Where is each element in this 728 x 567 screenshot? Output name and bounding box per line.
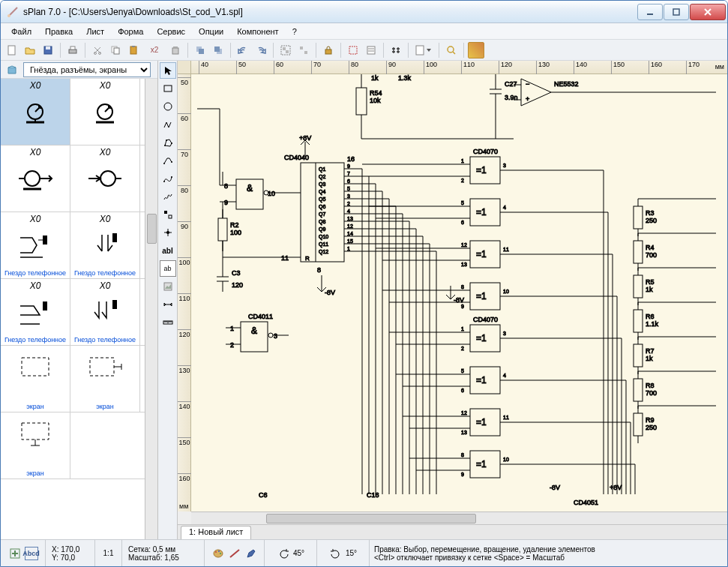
tool-image[interactable] bbox=[160, 278, 176, 295]
svg-text:=1: =1 bbox=[476, 291, 487, 302]
status-palette-icon[interactable] bbox=[211, 547, 225, 560]
color-swatch-icon[interactable] bbox=[468, 42, 484, 58]
component-jack-3[interactable]: X0 bbox=[1, 146, 70, 212]
find-icon[interactable] bbox=[388, 42, 404, 58]
svg-text:&: & bbox=[251, 326, 257, 336]
svg-text:13: 13 bbox=[461, 262, 467, 267]
minimize-button[interactable] bbox=[637, 4, 663, 20]
open-icon[interactable] bbox=[22, 42, 38, 58]
print-icon[interactable] bbox=[64, 42, 81, 58]
component-label: X0 bbox=[100, 80, 111, 91]
menu-help[interactable]: ? bbox=[286, 26, 303, 38]
list-icon[interactable] bbox=[363, 42, 379, 58]
svg-text:6: 6 bbox=[461, 220, 464, 225]
svg-rect-5 bbox=[46, 46, 50, 50]
svg-rect-50 bbox=[22, 358, 49, 376]
tool-textbox[interactable]: ab bbox=[160, 260, 176, 277]
rotate-ccw-icon[interactable] bbox=[277, 547, 290, 560]
svg-rect-11 bbox=[114, 48, 119, 54]
component-shield-2[interactable]: экран bbox=[70, 346, 140, 412]
tool-rectangle[interactable] bbox=[160, 80, 176, 97]
select-rect-icon[interactable] bbox=[345, 42, 361, 58]
svg-rect-6 bbox=[69, 50, 76, 53]
svg-rect-26 bbox=[349, 46, 357, 54]
menu-file[interactable]: Файл bbox=[5, 26, 37, 38]
tool-measure[interactable] bbox=[160, 296, 176, 313]
status-pen-icon[interactable] bbox=[244, 547, 258, 560]
svg-text:Q2: Q2 bbox=[319, 174, 325, 180]
paste-icon[interactable] bbox=[125, 42, 142, 58]
component-phone-jack-2[interactable]: X0 Гнездо телефонное bbox=[70, 212, 140, 278]
menu-component[interactable]: Компонент bbox=[231, 26, 284, 38]
group-icon[interactable] bbox=[277, 42, 294, 58]
ruler-v-unit: мм bbox=[179, 502, 188, 510]
tool-node[interactable] bbox=[160, 224, 176, 241]
lock-icon[interactable] bbox=[320, 42, 337, 58]
menu-sheet[interactable]: Лист bbox=[80, 26, 110, 38]
page-dropdown-icon[interactable] bbox=[412, 42, 435, 58]
svg-point-31 bbox=[448, 46, 454, 52]
status-line-icon[interactable] bbox=[228, 547, 241, 560]
sheet-tab-1[interactable]: 1: Новый лист bbox=[181, 526, 251, 539]
to-back-icon[interactable] bbox=[210, 42, 226, 58]
tool-pointer[interactable] bbox=[160, 62, 176, 79]
palette-scrollbar[interactable] bbox=[145, 79, 157, 539]
undo-icon[interactable] bbox=[235, 42, 251, 58]
title-bar[interactable]: sPlan 7.0 - [C:\Users\Jenya\Downloads\St… bbox=[1, 1, 727, 23]
component-phone-jack-4[interactable]: X0 Гнездо телефонное bbox=[70, 279, 140, 345]
schematic-canvas[interactable]: 1k 1.3k R54 10k bbox=[191, 74, 727, 512]
tool-polygon[interactable] bbox=[160, 134, 176, 151]
svg-rect-3 bbox=[8, 46, 15, 55]
canvas-hscroll[interactable] bbox=[191, 512, 727, 524]
svg-text:120: 120 bbox=[232, 281, 243, 289]
component-label: X0 bbox=[30, 214, 41, 224]
svg-text:700: 700 bbox=[646, 251, 657, 259]
tool-bezier[interactable] bbox=[160, 170, 176, 187]
menu-options[interactable]: Опции bbox=[193, 26, 229, 38]
cut-icon[interactable] bbox=[89, 42, 106, 58]
library-select[interactable]: Гнёзда, разъёмы, экраны bbox=[23, 62, 151, 77]
component-phone-jack-1[interactable]: X0 Гнездо телефонное bbox=[1, 212, 70, 278]
copy-icon[interactable] bbox=[107, 42, 124, 58]
svg-text:1: 1 bbox=[461, 158, 464, 164]
zoom-icon[interactable] bbox=[443, 42, 460, 58]
menu-edit[interactable]: Правка bbox=[39, 26, 79, 38]
save-icon[interactable] bbox=[40, 42, 56, 58]
status-plus-icon[interactable] bbox=[8, 547, 22, 560]
to-front-icon[interactable] bbox=[192, 42, 208, 58]
close-button[interactable] bbox=[690, 4, 726, 20]
tool-zigzag[interactable] bbox=[160, 116, 176, 133]
component-name: Гнездо телефонное bbox=[4, 269, 66, 277]
library-icon[interactable] bbox=[4, 62, 20, 78]
svg-text:Q4: Q4 bbox=[319, 189, 325, 195]
component-jack-1[interactable]: X0 bbox=[1, 79, 70, 145]
svg-text:2: 2 bbox=[461, 178, 464, 183]
ungroup-icon[interactable] bbox=[295, 42, 312, 58]
svg-text:10: 10 bbox=[503, 457, 509, 462]
tool-special[interactable] bbox=[160, 206, 176, 223]
hscroll-thumb[interactable] bbox=[266, 514, 476, 524]
menu-form[interactable]: Форма bbox=[112, 26, 149, 38]
svg-rect-66 bbox=[164, 211, 167, 214]
tool-freehand[interactable] bbox=[160, 188, 176, 205]
svg-rect-252 bbox=[634, 275, 643, 298]
redo-icon[interactable] bbox=[253, 42, 269, 58]
rotate-cw-icon[interactable] bbox=[329, 547, 343, 560]
component-shield-1[interactable]: экран bbox=[1, 346, 70, 412]
tool-circle[interactable] bbox=[160, 98, 176, 115]
tool-ruler[interactable] bbox=[160, 314, 176, 331]
delete-icon[interactable] bbox=[167, 42, 184, 58]
menu-service[interactable]: Сервис bbox=[151, 26, 191, 38]
scrollbar-thumb[interactable] bbox=[147, 214, 157, 244]
duplicate-icon[interactable]: x2 bbox=[143, 42, 166, 58]
tool-text[interactable]: abI bbox=[160, 242, 176, 259]
component-jack-4[interactable]: X0 bbox=[70, 146, 140, 212]
svg-rect-48 bbox=[43, 302, 47, 310]
maximize-button[interactable] bbox=[664, 4, 689, 20]
tool-line[interactable] bbox=[160, 152, 176, 169]
new-icon[interactable] bbox=[4, 42, 20, 58]
component-shield-3[interactable]: экран bbox=[1, 412, 70, 478]
component-jack-2[interactable]: X0 bbox=[70, 79, 140, 145]
status-abcd-icon[interactable]: Abcd bbox=[25, 547, 38, 560]
component-phone-jack-3[interactable]: X0 Гнездо телефонное bbox=[1, 279, 70, 345]
